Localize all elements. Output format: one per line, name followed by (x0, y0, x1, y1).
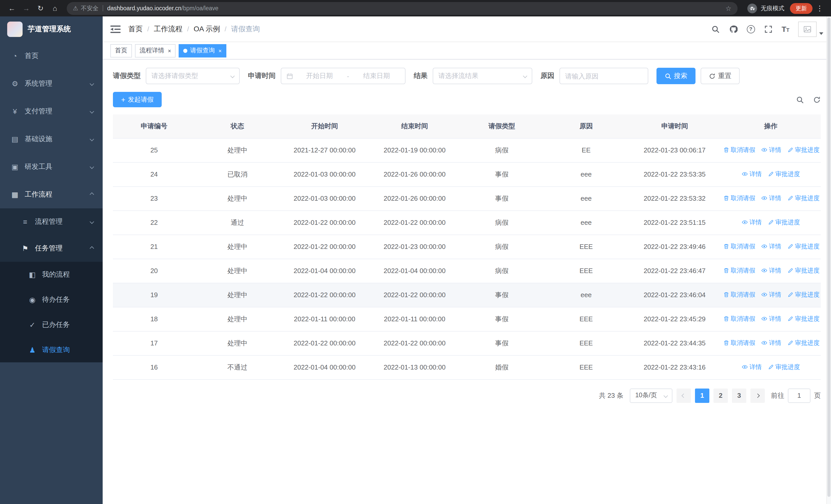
sidebar-item-home[interactable]: ◔ 首页 (0, 42, 103, 70)
font-size-icon[interactable]: TT (781, 25, 790, 33)
scrollbar-thumb[interactable] (827, 18, 830, 497)
eye-icon (742, 219, 748, 226)
cell-leave-type: 婚假 (460, 355, 544, 379)
cancel-leave-link[interactable]: 取消请假 (723, 315, 755, 323)
tab-process-detail[interactable]: 流程详情 × (135, 44, 176, 57)
prev-page-button[interactable] (677, 388, 691, 403)
approval-progress-link[interactable]: 审批进度 (787, 242, 820, 251)
approval-progress-link[interactable]: 审批进度 (768, 363, 800, 372)
scrollbar[interactable] (826, 17, 831, 504)
cancel-leave-link[interactable]: 取消请假 (723, 242, 755, 251)
close-icon[interactable]: × (219, 48, 222, 54)
reason-input[interactable] (565, 72, 642, 80)
security-warning[interactable]: ⚠ 不安全 (73, 4, 98, 12)
approval-progress-link[interactable]: 审批进度 (787, 339, 820, 348)
address-bar[interactable]: ⚠ 不安全 dashboard.yudao.iocoder.cn/bpm/oa/… (67, 2, 738, 14)
create-leave-button[interactable]: + 发起请假 (113, 92, 162, 107)
sidebar-item-leave-query[interactable]: ♟ 请假查询 (0, 337, 103, 362)
page-button-2[interactable]: 2 (713, 388, 728, 403)
sidebar-item-workflow[interactable]: ▦ 工作流程 (0, 181, 103, 208)
cell-reason: EEE (544, 331, 629, 355)
approval-progress-link[interactable]: 审批进度 (768, 218, 800, 227)
cancel-leave-link[interactable]: 取消请假 (723, 339, 755, 348)
cancel-leave-link[interactable]: 取消请假 (723, 266, 755, 275)
col-apply-time: 申请时间 (628, 114, 721, 138)
breadcrumb-item[interactable]: OA 示例 (194, 24, 220, 34)
breadcrumb-separator: / (147, 25, 149, 33)
breadcrumb: 首页 / 工作流程 / OA 示例 / 请假查询 (128, 24, 260, 34)
cell-apply-time: 2022-01-23 00:06:17 (628, 138, 721, 162)
sidebar-item-task-management[interactable]: ⚑ 任务管理 (0, 235, 103, 262)
detail-link[interactable]: 详情 (761, 146, 781, 154)
github-icon[interactable] (728, 24, 738, 34)
detail-link[interactable]: 详情 (761, 242, 781, 251)
browser-reload-button[interactable]: ↻ (34, 2, 47, 15)
user-avatar-menu[interactable] (798, 21, 823, 37)
breadcrumb-item[interactable]: 工作流程 (154, 24, 182, 34)
approval-progress-link[interactable]: 审批进度 (787, 146, 820, 154)
cancel-leave-link[interactable]: 取消请假 (723, 291, 755, 299)
browser-forward-button[interactable]: → (20, 2, 33, 15)
approval-progress-link[interactable]: 审批进度 (787, 194, 820, 203)
sidebar-item-process-management[interactable]: ≡ 流程管理 (0, 208, 103, 235)
sidebar-item-my-processes[interactable]: ◧ 我的流程 (0, 262, 103, 287)
collapse-sidebar-icon[interactable] (110, 24, 121, 34)
reset-button[interactable]: 重置 (700, 68, 740, 84)
sidebar-logo[interactable]: 芋道管理系统 (0, 17, 103, 42)
page-button-1[interactable]: 1 (695, 388, 709, 403)
approval-progress-link[interactable]: 审批进度 (787, 291, 820, 299)
approval-progress-link[interactable]: 审批进度 (768, 170, 800, 179)
refresh-table-icon[interactable] (813, 96, 821, 103)
leave-type-select[interactable]: 请选择请假类型 (146, 68, 240, 84)
browser-back-button[interactable]: ← (5, 2, 19, 15)
table-row: 21 处理中 2022-01-22 00:00:00 2022-01-23 00… (113, 235, 821, 259)
sidebar-menu: ◔ 首页 ⚙ 系统管理 ¥ 支付管理 ▤ 基础设施 (0, 42, 103, 362)
bookmark-star-icon[interactable]: ☆ (725, 4, 732, 12)
approval-progress-link[interactable]: 审批进度 (787, 266, 820, 275)
fullscreen-icon[interactable] (764, 24, 773, 34)
goto-page-input[interactable] (788, 388, 810, 403)
next-page-button[interactable] (750, 388, 765, 403)
cell-reason: EEE (544, 307, 629, 331)
sidebar-item-payment-management[interactable]: ¥ 支付管理 (0, 97, 103, 125)
page-button-3[interactable]: 3 (732, 388, 746, 403)
page-size-select[interactable]: 10条/页 (630, 388, 672, 403)
help-icon[interactable]: ? (747, 25, 755, 33)
detail-link[interactable]: 详情 (761, 339, 781, 348)
sidebar-item-label: 基础设施 (25, 135, 52, 144)
sidebar-item-label: 首页 (25, 51, 38, 61)
approval-progress-link[interactable]: 审批进度 (787, 315, 820, 323)
search-button[interactable]: 搜索 (657, 68, 695, 84)
toolbox-icon: ▣ (10, 163, 20, 171)
pen-icon (787, 316, 794, 322)
browser-home-button[interactable]: ⌂ (48, 2, 62, 15)
sidebar-item-system-management[interactable]: ⚙ 系统管理 (0, 70, 103, 97)
detail-link[interactable]: 详情 (742, 170, 762, 179)
apply-time-range-picker[interactable]: 开始日期 - 结束日期 (281, 68, 405, 84)
detail-link[interactable]: 详情 (761, 266, 781, 275)
close-icon[interactable]: × (168, 48, 171, 54)
breadcrumb-item[interactable]: 首页 (128, 24, 143, 34)
sidebar-item-done-tasks[interactable]: ✓ 已办任务 (0, 312, 103, 337)
cancel-leave-link[interactable]: 取消请假 (723, 146, 755, 154)
search-icon[interactable] (711, 24, 720, 34)
detail-link[interactable]: 详情 (761, 315, 781, 323)
tab-home[interactable]: 首页 (110, 44, 132, 57)
detail-link[interactable]: 详情 (761, 194, 781, 203)
detail-link[interactable]: 详情 (742, 218, 762, 227)
sidebar-item-infrastructure[interactable]: ▤ 基础设施 (0, 125, 103, 153)
tab-leave-query[interactable]: 请假查询 × (179, 44, 226, 57)
eye-icon (761, 147, 767, 153)
detail-link[interactable]: 详情 (761, 291, 781, 299)
result-select[interactable]: 请选择流结果 (433, 68, 532, 84)
cancel-leave-link[interactable]: 取消请假 (723, 194, 755, 203)
browser-update-button[interactable]: 更新 (790, 3, 812, 13)
browser-menu-icon[interactable]: ⋮ (813, 4, 826, 12)
pen-icon (768, 171, 774, 177)
sidebar-item-dev-tools[interactable]: ▣ 研发工具 (0, 153, 103, 181)
chevron-down-icon (523, 74, 527, 78)
toggle-search-icon[interactable] (796, 96, 804, 103)
detail-link[interactable]: 详情 (742, 363, 762, 372)
leave-table: 申请编号 状态 开始时间 结束时间 请假类型 原因 申请时间 操作 25 (113, 114, 821, 380)
sidebar-item-todo-tasks[interactable]: ◉ 待办任务 (0, 287, 103, 312)
